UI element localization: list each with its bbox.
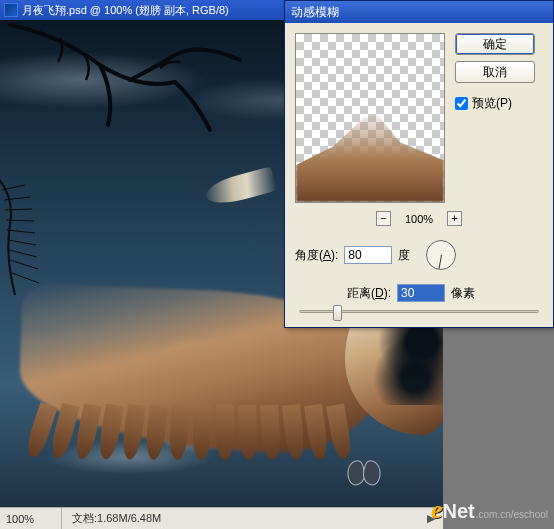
- artwork-feather: [203, 166, 277, 208]
- zoom-out-button[interactable]: −: [376, 211, 391, 226]
- angle-unit: 度: [398, 247, 410, 264]
- watermark-bottom: eNet.com.cn/eschool: [425, 493, 554, 529]
- status-doc-size: 文档:1.68M/6.48M: [62, 511, 171, 526]
- angle-label: 角度(A):: [295, 247, 338, 264]
- artwork-branches: [0, 20, 280, 150]
- status-zoom[interactable]: 100%: [0, 508, 62, 529]
- motion-blur-dialog: 动感模糊 确定 取消 预览(P) − 100% + 角度(A): 度: [284, 0, 554, 328]
- zoom-percent: 100%: [405, 213, 433, 225]
- svg-line-6: [9, 250, 37, 257]
- angle-input[interactable]: [344, 246, 392, 264]
- angle-dial[interactable]: [426, 240, 456, 270]
- distance-slider-track[interactable]: [299, 310, 539, 313]
- zoom-in-button[interactable]: +: [447, 211, 462, 226]
- preview-checkbox[interactable]: [455, 97, 468, 110]
- enet-text: Net: [443, 500, 475, 523]
- preview-checkbox-label[interactable]: 预览(P): [472, 95, 512, 112]
- enet-suffix: .com.cn/eschool: [476, 509, 548, 520]
- artwork-butterfly: [345, 459, 383, 487]
- preview-thumbnail[interactable]: [295, 33, 445, 203]
- enet-logo: e: [431, 495, 443, 525]
- svg-line-4: [7, 230, 35, 233]
- status-bar: 100% 文档:1.68M/6.48M ▶: [0, 507, 443, 529]
- ok-button[interactable]: 确定: [455, 33, 535, 55]
- photoshop-icon: [4, 3, 18, 17]
- distance-unit: 像素: [451, 285, 475, 302]
- preview-content: [296, 110, 444, 202]
- artwork-wing-feathers: [40, 400, 360, 460]
- distance-input[interactable]: [397, 284, 445, 302]
- svg-line-7: [10, 260, 38, 269]
- document-title: 月夜飞翔.psd @ 100% (翅膀 副本, RGB/8): [22, 3, 229, 18]
- cancel-button[interactable]: 取消: [455, 61, 535, 83]
- dialog-body: 确定 取消 预览(P) − 100% + 角度(A): 度 距离(D): 像素: [285, 23, 553, 327]
- svg-line-5: [8, 240, 36, 245]
- dialog-title-bar[interactable]: 动感模糊: [285, 1, 553, 23]
- svg-line-2: [5, 209, 32, 210]
- distance-label: 距离(D):: [347, 285, 391, 302]
- distance-slider-thumb[interactable]: [333, 305, 342, 321]
- artwork-foliage: [373, 315, 443, 405]
